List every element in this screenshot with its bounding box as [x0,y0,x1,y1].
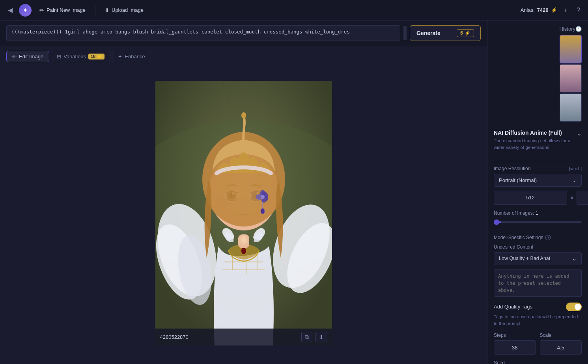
prompt-drag-handle[interactable] [403,26,407,40]
image-bottom-bar: 4280522870 ⧉ ⬇ [155,329,332,345]
variations-badge: 18 ⚡ [88,54,105,59]
svg-rect-8 [238,234,249,248]
enhance-icon: ✦ [118,54,122,59]
copy-seed-button[interactable]: ⧉ [301,332,312,342]
undesired-preset-value: Low Quality + Bad Anat [499,256,550,261]
history-clock-icon: 🕐 [575,26,582,32]
seed-label: Seed [494,360,582,364]
divider-1 [494,161,582,161]
main-layout: (((masterpiece))) 1girl ahoge amco bangs… [0,20,588,364]
nav-divider [95,6,95,15]
model-section: NAI Diffusion Anime (Full) The expanded … [494,130,582,154]
generated-image-container: 4280522870 ⧉ ⬇ [155,81,332,345]
history-thumb-2[interactable] [560,64,582,93]
divider-2 [494,230,582,230]
save-icon: ⬇ [319,334,324,340]
quality-tags-desc: Tags to increase quality will be prepend… [494,314,582,327]
undesired-content-textarea[interactable] [494,269,582,297]
dimension-x-separator: × [570,195,573,201]
width-input[interactable] [494,191,567,205]
anlas-value: 7420 [537,7,549,13]
undesired-content-label: Undesired Content [494,244,582,250]
top-navigation: ◀ ✦ ✏ Paint New Image ⬆ Upload Image Anl… [0,0,588,20]
svg-point-27 [261,195,265,199]
tool-tabs: ✏ Edit Image ⊞ Variations 18 ⚡ ✦ Enhance [0,46,487,62]
quality-tags-row: Add Quality Tags [494,303,582,311]
resolution-section-label: Image Resolution [w x h] [494,166,582,171]
num-images-slider[interactable] [494,221,582,223]
model-desc: The expanded training set allows for a w… [494,137,577,151]
scale-column: Scale [540,332,582,355]
history-thumb-1[interactable] [560,35,582,63]
prompt-bar: (((masterpiece))) 1girl ahoge amco bangs… [0,20,487,46]
tab-edit-image[interactable]: ✏ Edit Image [6,51,49,62]
prompt-input[interactable]: (((masterpiece))) 1girl ahoge amco bangs… [6,25,400,41]
toggle-knob [575,304,581,310]
scale-label: Scale [540,332,582,338]
dimension-row: × [494,191,582,205]
image-seed: 4280522870 [160,334,189,340]
svg-point-29 [261,208,265,214]
num-images-value: 1 [536,210,538,216]
paint-new-image-button[interactable]: ✏ Paint New Image [35,6,90,15]
model-expand-button[interactable]: ⌄ [577,130,582,137]
save-image-button[interactable]: ⬇ [315,332,327,342]
num-images-slider-wrap [494,218,582,224]
model-title: NAI Diffusion Anime (Full) [494,130,577,136]
tab-enhance-label: Enhance [125,54,145,59]
anime-illustration [155,81,332,345]
resolution-chevron-icon: ⌄ [572,177,577,183]
history-title: History [560,26,575,32]
resolution-value: Portrait (Normal) [499,177,537,183]
generate-button[interactable]: Generate 6 ⚡ [410,25,481,41]
anlas-cost-badge: 6 ⚡ [457,29,474,37]
logo: ✦ [19,4,32,17]
tab-edit-label: Edit Image [19,54,43,59]
resolution-select[interactable]: Portrait (Normal) ⌄ [494,174,582,187]
tab-enhance[interactable]: ✦ Enhance [112,51,151,62]
history-thumb-3[interactable] [560,93,582,122]
left-panel: (((masterpiece))) 1girl ahoge amco bangs… [0,20,487,364]
model-settings-help-icon[interactable]: ? [545,235,551,240]
image-actions: ⧉ ⬇ [301,332,327,342]
anlas-display: Anlas: 7420 ⚡ [521,7,557,13]
variations-icon: ⊞ [57,54,61,59]
generate-label: Generate [416,30,441,36]
help-button[interactable]: ? [573,5,583,15]
undesired-chevron-icon: ⌄ [572,256,577,262]
undesired-content-select[interactable]: Low Quality + Bad Anat ⌄ [494,252,582,265]
paint-icon: ✏ [39,7,44,13]
steps-input[interactable] [494,340,536,355]
canvas-area: 4280522870 ⧉ ⬇ [0,62,487,364]
svg-point-30 [241,112,246,119]
add-button[interactable]: + [560,5,570,15]
steps-label: Steps [494,332,536,338]
quality-tags-toggle[interactable] [566,303,582,311]
edit-icon: ✏ [12,54,17,59]
copy-icon: ⧉ [305,334,309,340]
height-input[interactable] [577,191,588,205]
model-settings-section-label: Model-Specific Settings ? [494,235,582,240]
upload-icon: ⬆ [105,7,109,13]
anlas-icon: ⚡ [551,7,557,13]
settings-panel: NAI Diffusion Anime (Full) The expanded … [487,125,588,364]
steps-scale-row: Steps Scale [494,332,582,355]
scale-input[interactable] [540,340,582,355]
tab-variations[interactable]: ⊞ Variations 18 ⚡ [51,51,110,62]
history-thumbnails [487,35,588,125]
num-images-label: Number of Images: 1 [494,210,582,216]
generate-cost-value: 6 [460,30,463,36]
back-button[interactable]: ◀ [5,5,16,15]
quality-tags-label: Add Quality Tags [494,304,532,310]
svg-point-7 [241,247,246,254]
history-header: History 🕐 [487,20,588,35]
generate-cost-icon: ⚡ [465,30,470,36]
steps-column: Steps [494,332,536,355]
upload-image-button[interactable]: ⬆ Upload Image [100,6,148,15]
right-panel: History 🕐 NAI Diffusion Anime (Full) The… [487,20,588,364]
tab-variations-label: Variations [63,54,86,59]
